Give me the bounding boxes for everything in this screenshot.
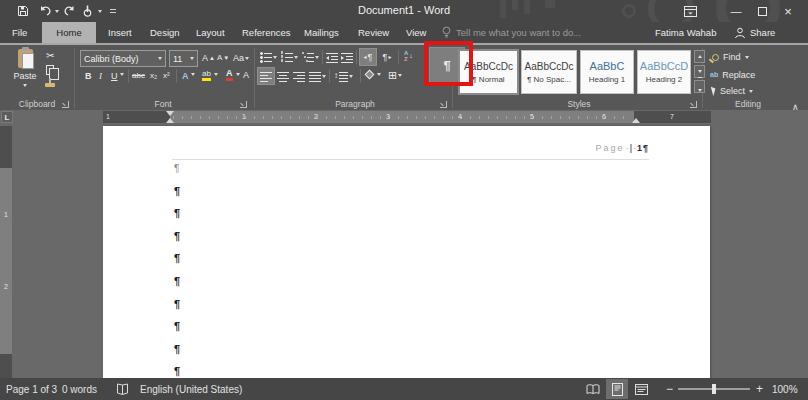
tab-file[interactable]: File [2, 22, 37, 43]
document-page[interactable]: Page · | · 1 ¶ ¶ ¶ ¶ ¶ ¶ ¶ ¶ ¶ ¶ ¶ [103, 126, 710, 378]
language-status[interactable]: English (United States) [140, 378, 242, 400]
ruler-number: 2 [311, 113, 321, 120]
italic-button[interactable]: I [99, 70, 102, 82]
styles-gallery-more[interactable] [694, 80, 705, 93]
pilcrow-mark: ¶ [643, 143, 648, 153]
first-line-indent-marker[interactable] [166, 111, 174, 116]
paragraph-dialog-launcher[interactable] [440, 101, 447, 108]
zoom-out-button[interactable]: − [666, 378, 673, 400]
tell-me-box[interactable]: Tell me what you want to do... [442, 22, 581, 43]
underline-button[interactable]: U [111, 70, 118, 82]
word-count-status[interactable]: 0 words [62, 378, 97, 400]
strikethrough-button[interactable]: abc [132, 70, 145, 82]
share-button[interactable]: Share [734, 22, 775, 43]
text-effects-button[interactable]: A [182, 70, 189, 82]
maximize-icon [758, 7, 767, 16]
cut-button[interactable]: ✂ [46, 50, 54, 62]
align-left-icon [260, 70, 272, 82]
numbering-button[interactable] [281, 51, 298, 63]
page-count-status[interactable]: Page 1 of 3 [6, 378, 57, 400]
ruler-number: 1 [103, 113, 113, 120]
font-family-combo[interactable]: Calibri (Body) [80, 50, 166, 67]
text-highlight-button[interactable]: ab [202, 69, 211, 81]
align-center-button[interactable] [277, 70, 289, 82]
shading-button[interactable] [366, 71, 381, 78]
font-size-combo[interactable]: 11 [169, 50, 198, 67]
tab-home[interactable]: Home [42, 22, 96, 43]
tab-design[interactable]: Design [140, 22, 190, 43]
align-right-icon [293, 70, 305, 82]
change-case-button[interactable]: Aa [233, 52, 249, 64]
sort-icon: AZ [404, 50, 408, 62]
proofing-status[interactable] [116, 378, 129, 400]
tab-stop-selector[interactable]: L [1, 111, 13, 123]
decrease-indent-button[interactable] [326, 51, 338, 63]
zoom-slider[interactable] [678, 388, 750, 390]
ltr-direction-button[interactable]: ◂¶ [360, 49, 376, 65]
tab-references[interactable]: References [232, 22, 301, 43]
separator [176, 69, 177, 83]
line-spacing-icon [339, 70, 348, 82]
search-icon [712, 54, 719, 61]
tab-view[interactable]: View [396, 22, 436, 43]
font-color-button[interactable]: A [226, 68, 233, 81]
multilevel-list-button[interactable] [302, 51, 319, 63]
underline-dropdown[interactable] [120, 73, 124, 76]
ribbon: Paste ✂ Clipboard Calibri (Body) 11 A▲ A… [0, 43, 808, 110]
tab-layout[interactable]: Layout [186, 22, 235, 43]
paste-button[interactable]: Paste [10, 49, 40, 87]
justify-button[interactable] [309, 70, 326, 82]
copy-button[interactable] [46, 65, 54, 75]
chevron-up-icon [698, 55, 702, 58]
numbering-icon [281, 51, 293, 63]
print-layout-button[interactable] [606, 379, 628, 399]
separator [360, 69, 361, 83]
separator [322, 50, 323, 64]
find-button[interactable]: Find [712, 51, 749, 63]
font-dialog-launcher[interactable] [240, 101, 247, 108]
maximize-button[interactable] [750, 0, 774, 22]
text-effects-dropdown[interactable] [191, 73, 195, 76]
bold-button[interactable]: B [85, 70, 92, 82]
bullets-button[interactable] [260, 51, 277, 63]
right-indent-marker[interactable] [632, 118, 640, 123]
align-right-button[interactable] [293, 70, 305, 82]
replace-button[interactable]: Replace [710, 68, 755, 81]
minimize-button[interactable]: — [724, 0, 748, 22]
select-button[interactable]: Select [712, 85, 753, 97]
shrink-font-button[interactable]: A▼ [217, 52, 229, 64]
tab-mailings[interactable]: Mailings [294, 22, 349, 43]
line-spacing-button[interactable]: ↕ [334, 70, 353, 82]
close-button[interactable]: × [776, 0, 800, 22]
web-layout-button[interactable] [630, 379, 652, 399]
subscript-button[interactable]: x₂ [150, 70, 157, 82]
borders-button[interactable]: ⊞ [388, 69, 402, 81]
align-left-button[interactable] [258, 68, 274, 84]
account-name[interactable]: Fatima Wahab [655, 22, 716, 43]
ribbon-display-options-button[interactable] [678, 0, 702, 22]
tab-review[interactable]: Review [348, 22, 399, 43]
text-highlight-dropdown[interactable] [214, 73, 218, 76]
format-painter-button[interactable] [45, 83, 55, 87]
zoom-in-button[interactable]: + [756, 378, 763, 400]
read-mode-button[interactable] [582, 379, 604, 399]
tab-insert[interactable]: Insert [98, 22, 142, 43]
font-color-dropdown[interactable] [236, 73, 240, 76]
increase-indent-button[interactable] [341, 51, 353, 63]
pilcrow-mark: ¶ [174, 186, 180, 197]
grow-font-button[interactable]: A▲ [202, 52, 215, 64]
style-no-spacing[interactable]: AaBbCcDc ¶ No Spac... [521, 50, 577, 94]
chevron-down-icon [214, 73, 218, 76]
sort-button[interactable]: AZ ↓ [404, 50, 413, 62]
style-heading-1[interactable]: AaBbC Heading 1 [580, 50, 634, 94]
styles-scroll-up[interactable] [694, 50, 705, 63]
zoom-slider-thumb[interactable] [712, 384, 716, 394]
superscript-button[interactable]: x² [163, 70, 170, 82]
chevron-down-icon [315, 56, 319, 59]
styles-dialog-launcher[interactable] [690, 101, 697, 108]
clipboard-dialog-launcher[interactable] [62, 101, 69, 108]
zoom-percentage[interactable]: 100% [772, 378, 798, 400]
hanging-indent-marker[interactable] [166, 118, 174, 123]
style-heading-2[interactable]: AaBbCcD Heading 2 [637, 50, 691, 94]
rtl-direction-button[interactable]: ¶▸ [379, 49, 395, 65]
